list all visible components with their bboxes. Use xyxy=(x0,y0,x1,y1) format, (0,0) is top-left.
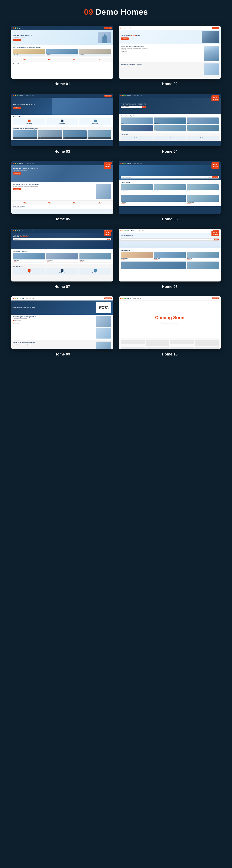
stat-2: 560+ Clients xyxy=(38,59,61,61)
stat-lbl-4: Agents xyxy=(88,60,111,61)
h6-search-bar[interactable]: Search for properties... Type ▼ Location… xyxy=(121,176,219,179)
focus-card-1[interactable]: Buy a Home xyxy=(13,118,45,125)
h4-search-btn[interactable]: 🔍 xyxy=(142,106,146,108)
h6-search-btn[interactable]: Search xyxy=(212,176,218,178)
home10-nav: Quentix Home Buy Sell Add Property xyxy=(119,297,221,301)
home03-nav: Quentix Home Buy Sell Add Property xyxy=(11,94,113,98)
home02-hero: Search and Find Luxury House Explore Now xyxy=(119,30,221,44)
area-card-3[interactable]: Chicago xyxy=(63,130,87,139)
stat-3: 163+ Awards xyxy=(63,59,86,61)
h8-search[interactable]: Location... Type ▼ Search xyxy=(121,238,219,241)
h3-hero-btn[interactable]: Get Started xyxy=(13,106,21,109)
home10-preview[interactable]: Quentix Home Buy Sell Add Property Comin… xyxy=(119,297,221,349)
listing-info-1: Ready Ranch St. $250,000 New York xyxy=(121,190,153,194)
nav-links: Home Buy Sell Rent xyxy=(26,28,38,29)
coming-soon-sub: This demo is coming soon xyxy=(161,322,178,324)
property-card-3[interactable]: Townhouse xyxy=(79,49,111,57)
h8-card-3[interactable]: New Studio $195,000 xyxy=(186,252,219,261)
h6-big-info: Townhouse $420,000 xyxy=(121,202,186,205)
cat-item-6[interactable]: Land xyxy=(186,125,219,131)
h10-nav-dot-3 xyxy=(124,298,125,299)
h9-feat-text-2: Modern Design xyxy=(14,321,20,322)
today-card-price-2: $180,000 xyxy=(47,261,78,262)
h4-nav-item-1: Home xyxy=(134,95,136,96)
h6-big-card[interactable]: Townhouse $420,000 xyxy=(121,195,186,205)
h7-nav-menu: Home Buy Sell xyxy=(26,230,34,231)
property-card-1[interactable]: Villa House xyxy=(13,49,45,57)
today-card-3[interactable]: Beach Villa $480,000 xyxy=(79,253,111,263)
area-card-2[interactable]: Los Angeles xyxy=(38,130,62,139)
h2-btn[interactable]: Explore Now xyxy=(121,37,128,40)
stat-lbl-2: Clients xyxy=(38,60,61,61)
h7-focus-card-1[interactable]: Buy a Home xyxy=(13,268,45,275)
cat-item-3[interactable]: Office xyxy=(186,118,219,124)
property-card-2[interactable]: Modern Apt xyxy=(46,49,78,57)
h8-title: Real Estate Search xyxy=(121,235,219,236)
h9-nav-dot xyxy=(13,298,14,299)
listing-card-sm[interactable]: The Residences $290,000 xyxy=(186,195,219,205)
h5-hero-btn[interactable]: Browse Now xyxy=(13,172,21,175)
h9-nav-menu: Home Buy Sell xyxy=(26,298,34,299)
h7-focus-card-3[interactable]: Rental Home xyxy=(79,268,111,275)
hero-btn[interactable]: Get Started xyxy=(13,39,21,41)
cat-item-5[interactable]: Studio xyxy=(154,125,186,131)
home03-preview[interactable]: Quentix Home Buy Sell Add Property Find … xyxy=(11,94,113,146)
listing-img-3 xyxy=(187,184,219,190)
h8-card-1[interactable]: Ready Ranch St. $250,000 xyxy=(121,252,153,261)
home01-preview[interactable]: Quentix Home Buy Sell Rent Add Property … xyxy=(11,26,113,79)
h4-search[interactable]: Search properties... 🔍 xyxy=(121,106,146,108)
cat-item-1[interactable]: House xyxy=(121,118,153,124)
listing-card-2[interactable]: Philips Tower $380,000 Los Angeles xyxy=(154,184,186,194)
home09-item: Quentix Home Buy Sell Add Property OUR M… xyxy=(11,297,113,356)
h9-img-1 xyxy=(96,316,111,328)
today-card-2[interactable]: City Apartment $180,000 xyxy=(46,253,78,263)
home09-preview[interactable]: Quentix Home Buy Sell Add Property OUR M… xyxy=(11,297,113,349)
home01-hero-text: Find Your Dream House By Us Find your pe… xyxy=(13,34,96,41)
home04-preview[interactable]: NEWDEMO Quentix Home Buy Sell Add Proper… xyxy=(119,94,221,146)
cat-label-3: Office xyxy=(187,123,190,124)
focus-cards: Buy a Home Sell Property Rental Home xyxy=(13,118,111,125)
home02-nav-menu: Home Buy Sell xyxy=(134,28,142,29)
h3-nav-dot xyxy=(13,95,14,96)
listing-card-1[interactable]: Ready Ranch St. $250,000 New York xyxy=(121,184,153,194)
h7-search-btn[interactable]: Find xyxy=(107,239,110,240)
home03-label: Home 03 xyxy=(54,149,70,154)
h8-card-2[interactable]: Philips Tower $380,000 xyxy=(154,252,186,261)
h3-nav-menu: Home Buy Sell xyxy=(26,95,34,96)
h4-search-icon: 🔍 xyxy=(143,106,145,108)
h9-feat-dot-3 xyxy=(13,323,14,323)
focus-card-2[interactable]: Sell Property xyxy=(46,118,78,125)
home05-preview[interactable]: NEWDEMO Quentix Home Buy Sell Add Proper… xyxy=(11,161,113,214)
h8-small-card[interactable]: The Residences $290,000 xyxy=(186,261,219,272)
h2-sec-title-2: Making living spaces More Beautiful xyxy=(121,63,202,65)
h8-big-card[interactable]: Townhouse $420,000 xyxy=(121,261,186,272)
h8-search-btn[interactable]: Search xyxy=(214,239,219,241)
h5-btn2[interactable]: Learn More xyxy=(13,188,21,190)
today-card-1[interactable]: Modern Villa $320,000 xyxy=(13,253,45,263)
h7-nav-dot xyxy=(13,230,14,231)
h5-sub: Find your perfect property today xyxy=(13,170,111,171)
feat-item-2: Smart Filter xyxy=(154,136,186,140)
home02-preview[interactable]: Quentix Home Buy Sell Add Property Searc… xyxy=(119,26,221,79)
home06-preview[interactable]: NEWDEMO Quentix Home Buy Sell Add Proper… xyxy=(119,161,221,214)
listing-card-3[interactable]: New Studio $195,000 Chicago xyxy=(186,184,219,194)
h7-focus-card-2[interactable]: Sell Property xyxy=(46,268,78,275)
focus-card-3[interactable]: Rental Home xyxy=(79,118,111,125)
area-card-4[interactable]: Miami xyxy=(88,130,112,139)
h9-feat-text-1: Quality Construction xyxy=(14,320,21,321)
h9-logo-area: ROTA xyxy=(96,302,111,313)
cat-item-4[interactable]: Villa xyxy=(121,125,153,131)
h3-hero-text: Find Your Dream House By Us Get Started xyxy=(13,103,35,109)
h9-hero-text: OUR MODERN LIVING QUARTERS xyxy=(13,307,95,308)
h8-big-price: $420,000 xyxy=(121,271,185,272)
listing-info-sm: The Residences $290,000 xyxy=(187,202,219,205)
home01-bottom: Today Sells Properties Browse our latest… xyxy=(11,62,113,66)
area-card-1[interactable]: New York xyxy=(13,130,37,139)
home07-preview[interactable]: NEWDEMO Quentix Home Buy Sell Add Proper… xyxy=(11,229,113,281)
h7-search-bar[interactable]: Search properties... Find xyxy=(13,238,111,241)
cat-item-2[interactable]: Apartment xyxy=(154,118,186,124)
nav-item-2: Buy xyxy=(138,28,140,29)
h10-nav-item-2: Buy xyxy=(137,298,139,299)
home08-preview[interactable]: NEWDEMO Real Estate Home Buy Sell Add Li… xyxy=(119,229,221,281)
home05-badge: NEWDEMO xyxy=(104,163,111,169)
